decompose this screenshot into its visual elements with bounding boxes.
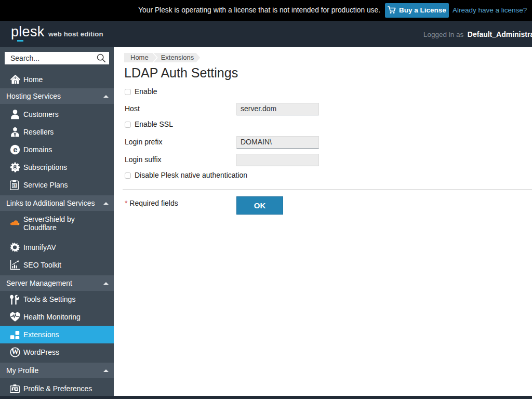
- svg-text:W: W: [11, 348, 19, 356]
- svg-text:e: e: [14, 145, 18, 154]
- svg-text:$: $: [13, 183, 16, 188]
